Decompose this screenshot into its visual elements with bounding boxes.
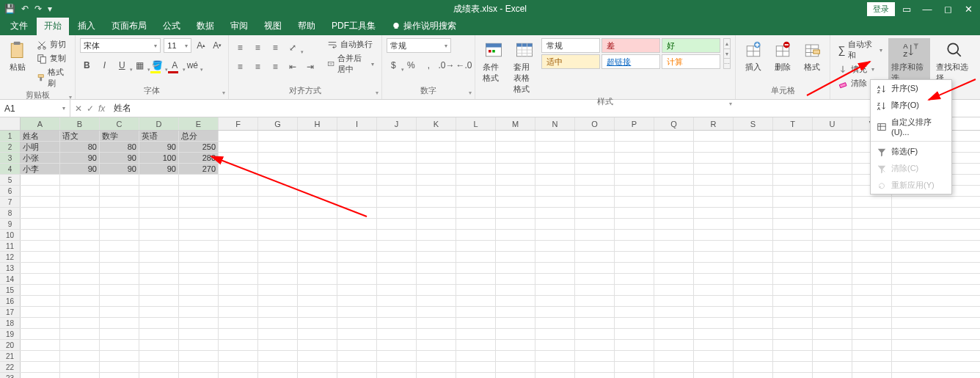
cell[interactable] [298,142,337,152]
cell[interactable] [258,186,298,196]
cell[interactable] [773,351,813,361]
cell[interactable] [60,252,100,262]
cell[interactable] [417,164,456,174]
cell[interactable] [575,263,615,273]
cell[interactable] [139,186,179,196]
cell[interactable] [535,197,575,207]
cell[interactable] [179,252,219,262]
cell[interactable] [575,208,615,218]
cell[interactable] [377,252,417,262]
cell[interactable] [337,285,377,295]
cell[interactable] [100,230,139,240]
cell[interactable] [219,362,258,372]
cell[interactable] [417,329,456,339]
ribbon-options-icon[interactable]: ▭ [898,4,915,15]
cell[interactable] [575,186,615,196]
cell[interactable] [615,142,654,152]
cell[interactable] [298,296,337,306]
cell[interactable] [615,241,654,251]
cell[interactable] [535,274,575,284]
cell[interactable] [100,219,139,229]
cell[interactable] [456,296,496,306]
cell[interactable] [298,175,337,185]
cell[interactable] [575,153,615,163]
cell[interactable] [298,186,337,196]
cells-format-button[interactable]: 格式 [799,38,825,74]
cell[interactable] [694,373,734,378]
cell[interactable] [456,362,496,372]
cell[interactable] [694,208,734,218]
font-name-select[interactable]: 宋体▾ [80,38,161,53]
cell[interactable] [852,230,892,240]
cell[interactable] [337,329,377,339]
cell[interactable] [377,142,417,152]
cell[interactable]: 90 [100,164,139,174]
col-header-P[interactable]: P [615,117,654,130]
col-header-L[interactable]: L [456,117,496,130]
cell[interactable] [179,340,219,350]
cell[interactable] [337,274,377,284]
cell[interactable] [100,340,139,350]
cell[interactable] [219,131,258,141]
cell[interactable]: 90 [100,153,139,163]
cell[interactable]: 小张 [21,153,60,163]
cell[interactable] [852,208,892,218]
cell[interactable] [100,208,139,218]
cell[interactable] [456,197,496,207]
comma-icon[interactable]: , [422,59,435,72]
cell[interactable] [852,340,892,350]
cell[interactable] [139,340,179,350]
cell[interactable] [615,263,654,273]
cell[interactable]: 90 [60,153,100,163]
cell[interactable] [694,164,734,174]
cell[interactable] [337,131,377,141]
cell[interactable] [734,274,773,284]
cell[interactable] [100,263,139,273]
cell[interactable] [496,142,535,152]
cell[interactable] [575,373,615,378]
cell[interactable] [615,164,654,174]
row-header[interactable]: 5 [0,175,21,185]
cell[interactable] [219,373,258,378]
copy-button[interactable]: 复制 [34,52,70,65]
cell[interactable] [377,175,417,185]
row-header[interactable]: 13 [0,263,21,273]
cell[interactable] [734,373,773,378]
cell[interactable] [654,274,694,284]
cell[interactable] [734,241,773,251]
cell[interactable] [654,373,694,378]
cell[interactable] [377,296,417,306]
cell[interactable] [734,175,773,185]
gallery-controls[interactable]: ▴▾⋯ [723,38,731,69]
cell[interactable] [496,296,535,306]
cell[interactable] [813,164,852,174]
cell[interactable] [417,296,456,306]
find-select-button[interactable]: 查找和选择 [933,38,976,85]
cell[interactable] [139,296,179,306]
col-header-A[interactable]: A [21,117,60,130]
increase-decimal-icon[interactable]: .0→ [439,59,453,72]
cell[interactable] [694,219,734,229]
cell[interactable] [139,208,179,218]
cell[interactable] [337,263,377,273]
cell[interactable] [417,285,456,295]
cell[interactable] [535,131,575,141]
cell[interactable] [179,274,219,284]
cell[interactable] [60,230,100,240]
align-left-icon[interactable]: ≡ [233,60,246,73]
cell[interactable] [615,373,654,378]
tab-home[interactable]: 开始 [37,17,69,35]
cell[interactable] [654,164,694,174]
close-icon[interactable]: ✕ [959,4,977,15]
cell[interactable] [654,131,694,141]
cell[interactable] [852,329,892,339]
cell[interactable] [417,274,456,284]
style-neutral[interactable]: 适中 [541,54,600,69]
cell[interactable] [535,263,575,273]
cell[interactable] [813,329,852,339]
cell[interactable] [575,362,615,372]
cell[interactable] [456,373,496,378]
cell[interactable] [654,142,694,152]
cell[interactable] [734,263,773,273]
cell[interactable] [258,373,298,378]
